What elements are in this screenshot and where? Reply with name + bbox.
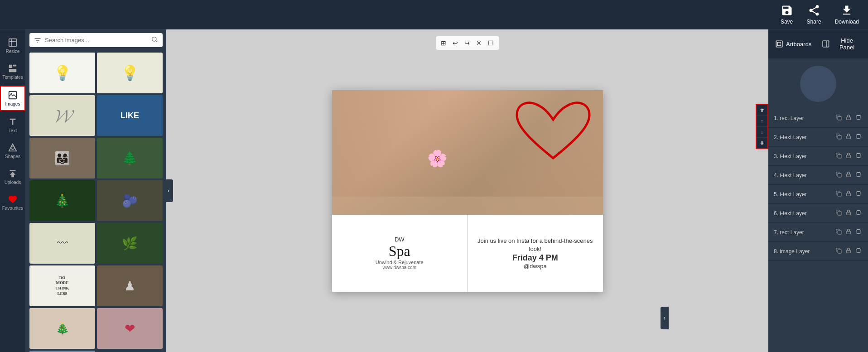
share-label: Share — [807, 19, 821, 25]
layer-delete-button[interactable] — [854, 246, 863, 256]
share-button[interactable]: Share — [807, 4, 821, 25]
sidebar-item-templates[interactable]: Templates — [0, 60, 25, 83]
artboards-button[interactable]: Artboards — [775, 40, 818, 48]
layer-item[interactable]: 6. i-text Layer — [768, 204, 868, 223]
layer-lock-button[interactable] — [844, 227, 853, 237]
image-thumb[interactable]: 🌲 — [97, 138, 163, 178]
redo-button[interactable]: ↪ — [463, 38, 471, 48]
layer-copy-button[interactable] — [834, 208, 843, 218]
image-thumb[interactable]: LIKE — [97, 95, 163, 136]
layer-lock-button[interactable] — [844, 189, 853, 199]
svg-rect-19 — [838, 174, 841, 177]
sidebar-item-resize[interactable]: Resize — [0, 34, 25, 58]
search-icon — [151, 36, 158, 43]
layer-item[interactable]: 7. rect Layer — [768, 223, 868, 242]
layer-item[interactable]: 2. i-text Layer — [768, 128, 868, 147]
layer-copy-button[interactable] — [834, 132, 843, 142]
close-element-button[interactable]: ✕ — [475, 38, 483, 48]
svg-rect-13 — [838, 116, 841, 120]
layer-item[interactable]: 5. i-text Layer — [768, 185, 868, 204]
move-to-top-button[interactable]: ⇈ — [757, 105, 767, 116]
thumb-content: LIKE — [97, 95, 163, 136]
image-thumb[interactable]: ❤ — [97, 308, 163, 349]
search-input[interactable] — [45, 37, 147, 43]
image-thumb[interactable]: DO MORE THINK LESS — [29, 265, 95, 306]
uploads-icon — [8, 169, 18, 178]
image-thumb[interactable]: 🎄 — [29, 180, 95, 221]
svg-rect-21 — [838, 193, 841, 196]
artboards-label: Artboards — [786, 41, 811, 48]
undo-button[interactable]: ↩ — [451, 38, 459, 48]
design-canvas: 🌸 DW Spa Unwind & Rejuvenate www.dwspa.c… — [332, 90, 603, 292]
toolbar-actions: Save Share Download — [781, 4, 859, 25]
image-thumb[interactable]: 🫐 — [97, 180, 163, 221]
layer-actions — [834, 113, 863, 123]
move-down-button[interactable]: ↓ — [757, 127, 767, 138]
layer-actions — [834, 246, 863, 256]
layer-item[interactable]: 4. i-text Layer — [768, 166, 868, 185]
layer-lock-button[interactable] — [844, 113, 853, 123]
svg-rect-11 — [823, 41, 829, 47]
image-thumb[interactable]: 𝓦 — [29, 95, 95, 136]
search-button[interactable] — [151, 36, 158, 44]
layer-name: 3. i-text Layer — [774, 153, 832, 159]
layer-copy-button[interactable] — [834, 227, 843, 237]
move-up-button[interactable]: ↑ — [757, 116, 767, 127]
layer-actions — [834, 208, 863, 218]
layer-lock-button[interactable] — [844, 208, 853, 218]
save-button[interactable]: Save — [781, 4, 793, 25]
layer-item[interactable]: 1. rect Layer — [768, 109, 868, 128]
sidebar-uploads-label: Uploads — [5, 180, 21, 185]
layer-lock-button[interactable] — [844, 151, 853, 161]
collapse-panel-button[interactable]: ‹ — [164, 179, 173, 202]
spa-handle: @dwspa — [524, 263, 547, 270]
layer-delete-button[interactable] — [854, 208, 863, 218]
expand-right-panel-button[interactable]: › — [661, 307, 669, 329]
frame-button[interactable]: ☐ — [487, 38, 495, 48]
svg-rect-26 — [847, 231, 850, 234]
sidebar-item-favourites[interactable]: Favourites — [0, 191, 25, 214]
layer-name: 2. i-text Layer — [774, 134, 832, 140]
sidebar-item-shapes[interactable]: Shapes — [0, 139, 25, 163]
svg-rect-22 — [847, 193, 850, 196]
layer-copy-button[interactable] — [834, 113, 843, 123]
image-thumb[interactable]: ♟ — [97, 265, 163, 306]
download-label: Download — [835, 19, 859, 25]
layer-copy-button[interactable] — [834, 170, 843, 180]
sidebar-item-text[interactable]: Text — [0, 113, 25, 137]
hide-panel-button[interactable]: Hide Panel — [822, 37, 861, 51]
image-thumb[interactable]: 🌿 — [97, 223, 163, 264]
grid-view-button[interactable]: ⊞ — [439, 38, 448, 48]
layer-lock-button[interactable] — [844, 246, 853, 256]
image-thumb[interactable]: 🎄 — [29, 308, 95, 349]
download-button[interactable]: Download — [835, 4, 859, 25]
layer-copy-button[interactable] — [834, 246, 843, 256]
image-thumb[interactable]: 〰 — [29, 223, 95, 264]
layer-item[interactable]: 3. i-text Layer — [768, 147, 868, 166]
layer-delete-button[interactable] — [854, 170, 863, 180]
thumb-content: 🫐 — [97, 180, 163, 221]
layer-delete-button[interactable] — [854, 132, 863, 142]
layer-delete-button[interactable] — [854, 189, 863, 199]
sidebar-item-uploads[interactable]: Uploads — [0, 165, 25, 188]
flower-decoration: 🌸 — [427, 149, 448, 168]
share-icon — [808, 4, 820, 17]
image-thumb[interactable]: 💡 — [29, 53, 95, 93]
layer-item[interactable]: 8. image Layer — [768, 242, 868, 261]
move-to-bottom-button[interactable]: ⇊ — [757, 138, 767, 148]
layer-copy-button[interactable] — [834, 189, 843, 199]
sidebar-item-images[interactable]: Images — [0, 86, 25, 111]
layer-copy-button[interactable] — [834, 151, 843, 161]
image-thumb[interactable]: 💡 — [97, 53, 163, 93]
svg-rect-10 — [777, 42, 781, 46]
shapes-icon — [8, 143, 18, 153]
layer-delete-button[interactable] — [854, 113, 863, 123]
layer-lock-button[interactable] — [844, 170, 853, 180]
svg-marker-6 — [9, 144, 17, 151]
layer-delete-button[interactable] — [854, 227, 863, 237]
layer-lock-button[interactable] — [844, 132, 853, 142]
thumb-content: 🌲 — [97, 138, 163, 178]
layer-delete-button[interactable] — [854, 151, 863, 161]
thumb-content: DO MORE THINK LESS — [29, 265, 95, 306]
image-thumb[interactable]: 👨‍👩‍👧 — [29, 138, 95, 178]
